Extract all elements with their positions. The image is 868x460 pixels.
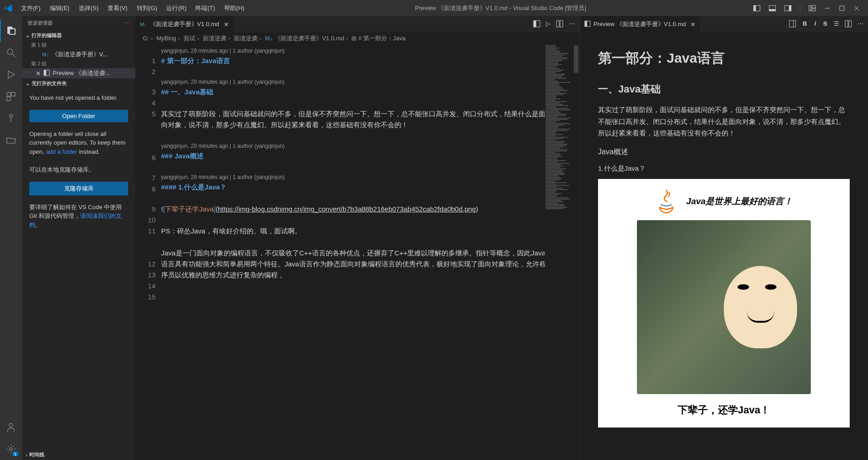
clone-repo-button[interactable]: 克隆存储库 [29, 182, 128, 195]
open-editors-section[interactable]: ⌄ 打开的编辑器 [22, 30, 135, 41]
settings-badge: 1 [12, 452, 18, 456]
clone-hint: 可以在本地克隆存储库。 [22, 161, 135, 179]
image-bottom-caption: 下辈子，还学Java！ [607, 401, 841, 418]
codelens[interactable]: yangqinjun, 29 minutes ago | 1 author (y… [161, 46, 579, 55]
menu-help[interactable]: 帮助(H) [221, 2, 248, 14]
open-editor-file-2[interactable]: ✕ Preview 《面渣逆袭... [22, 68, 135, 78]
preview-h4: 1.什么是Java？ [598, 162, 850, 174]
editor-group-left: M↓ 《面渣逆袭手册》V1.0.md ✕ ▷ ⋯ G:› MyBlog› 面试›… [135, 16, 580, 460]
gitlens-icon[interactable] [0, 108, 22, 130]
extensions-icon[interactable] [0, 86, 22, 108]
close-icon[interactable] [853, 5, 860, 11]
menu-edit[interactable]: 编辑(E) [46, 2, 73, 14]
tab-actions-left: ▷ ⋯ [528, 20, 579, 29]
code-content[interactable]: yangqinjun, 29 minutes ago | 1 author (y… [161, 44, 579, 460]
markdown-icon: M↓ [42, 52, 49, 57]
split-icon[interactable] [845, 20, 852, 29]
activity-bar: 1 [0, 16, 22, 460]
svg-rect-17 [7, 97, 11, 101]
svg-rect-16 [11, 92, 15, 96]
strike-button[interactable]: S [822, 20, 828, 29]
file-label: Preview 《面渣逆袭... [53, 69, 110, 77]
explorer-icon[interactable] [0, 20, 22, 42]
svg-line-14 [12, 54, 15, 57]
svg-rect-5 [789, 5, 791, 11]
svg-rect-30 [789, 21, 796, 27]
account-icon[interactable] [0, 416, 22, 438]
close-icon[interactable]: ✕ [36, 70, 41, 77]
minimize-icon[interactable] [824, 5, 830, 11]
svg-rect-15 [7, 92, 11, 96]
svg-rect-27 [560, 21, 563, 27]
svg-rect-6 [809, 5, 811, 11]
chevron-down-icon: ⌄ [26, 81, 30, 87]
svg-rect-26 [556, 21, 559, 27]
customize-layout-icon[interactable] [809, 5, 816, 12]
preview-h1: 第一部分：Java语言 [598, 46, 850, 70]
close-icon[interactable]: ✕ [224, 21, 229, 28]
codelens[interactable]: yangqinjun, 29 minutes ago | 1 author (y… [161, 173, 579, 182]
layout-right-icon[interactable] [784, 5, 792, 12]
svg-rect-8 [812, 9, 815, 11]
editor-area: M↓ 《面渣逆袭手册》V1.0.md ✕ ▷ ⋯ G:› MyBlog› 面试›… [135, 16, 868, 460]
main-area: 1 资源管理器 ⋯ ⌄ 打开的编辑器 第 1 组 M↓ 《面渣逆袭手册》V...… [0, 16, 868, 460]
close-icon[interactable]: ✕ [690, 21, 695, 28]
tab-markdown[interactable]: M↓ 《面渣逆袭手册》V1.0.md ✕ [135, 16, 234, 32]
codelens[interactable]: yangqinjun, 29 minutes ago | 1 author (y… [161, 141, 579, 151]
menu-file[interactable]: 文件(F) [17, 2, 44, 14]
open-folder-hint: Opening a folder will close all currentl… [22, 125, 135, 161]
svg-rect-33 [849, 21, 852, 27]
menu-select[interactable]: 选择(S) [75, 2, 102, 14]
layout-left-icon[interactable] [753, 5, 760, 12]
svg-point-21 [10, 448, 12, 450]
run-icon[interactable]: ▷ [546, 20, 550, 29]
add-folder-link[interactable]: add a folder [46, 148, 77, 155]
folder-icon[interactable] [0, 130, 22, 152]
show-source-icon[interactable] [789, 20, 796, 29]
preview-h2: 一、Java基础 [598, 81, 850, 97]
tab-label: Preview 《面渣逆袭手册》V1.0.md [593, 20, 686, 28]
image-top-caption: Java是世界上最好的语言！ [686, 194, 793, 209]
menu-run[interactable]: 运行(R) [162, 2, 190, 14]
no-folder-section[interactable]: ⌄ 无打开的文件夹 [22, 78, 135, 89]
meme-image [637, 220, 811, 394]
svg-point-20 [9, 423, 13, 427]
menu-terminal[interactable]: 终端(T) [192, 2, 219, 14]
timeline-section[interactable]: › 时间线 [22, 449, 135, 460]
git-hint: 要详细了解如何在 VS Code 中使用 Git 和源代码管理，请阅读我们的文档… [22, 198, 135, 234]
svg-rect-3 [769, 9, 776, 11]
open-folder-button[interactable]: Open Folder [29, 110, 128, 122]
menu-view[interactable]: 查看(V) [104, 2, 131, 14]
scrollbar-vertical[interactable] [573, 44, 579, 460]
bold-button[interactable]: B [802, 20, 808, 29]
preview-toolbar: B I S ☰ ⋯ [784, 20, 868, 29]
preview-icon [43, 70, 50, 77]
svg-rect-10 [840, 6, 844, 11]
svg-point-13 [7, 49, 13, 54]
tab-label: 《面渣逆袭手册》V1.0.md [150, 20, 219, 28]
preview-icon [584, 21, 591, 28]
code-editor[interactable]: 1 2 3 4 5 6 7 8 9 10 11 12 [135, 44, 579, 460]
tab-preview[interactable]: Preview 《面渣逆袭手册》V1.0.md ✕ [580, 16, 701, 32]
list-icon[interactable]: ☰ [834, 20, 839, 29]
more-icon[interactable]: ⋯ [857, 20, 863, 29]
italic-button[interactable]: I [814, 20, 817, 29]
preview-side-icon[interactable] [533, 20, 540, 29]
breadcrumb[interactable]: G:› MyBlog› 面试› 面渣逆袭› 面渣逆袭› M↓ 《面渣逆袭手册》V… [135, 32, 579, 44]
menu-goto[interactable]: 转到(G) [133, 2, 161, 14]
debug-icon[interactable] [0, 64, 22, 86]
codelens[interactable]: yangqinjun, 29 minutes ago | 1 author (y… [161, 77, 579, 87]
more-icon[interactable]: ⋯ [125, 20, 130, 26]
minimap[interactable]: document.write(Array.from({length:120}).… [545, 44, 573, 460]
layout-bottom-icon[interactable] [769, 5, 776, 12]
preview-h3: Java概述 [598, 146, 850, 158]
preview-image: Java是世界上最好的语言！ 下辈子，还学Java！ [598, 179, 850, 428]
markdown-preview[interactable]: 第一部分：Java语言 一、Java基础 其实过了萌新阶段，面试问基础就问的不多… [580, 32, 868, 460]
open-editor-file-1[interactable]: M↓ 《面渣逆袭手册》V... [22, 49, 135, 60]
settings-icon[interactable]: 1 [0, 438, 22, 460]
search-icon[interactable] [0, 42, 22, 64]
split-icon[interactable] [556, 20, 563, 29]
file-label: 《面渣逆袭手册》V... [52, 50, 108, 59]
more-icon[interactable]: ⋯ [569, 20, 575, 29]
maximize-icon[interactable] [839, 5, 845, 11]
